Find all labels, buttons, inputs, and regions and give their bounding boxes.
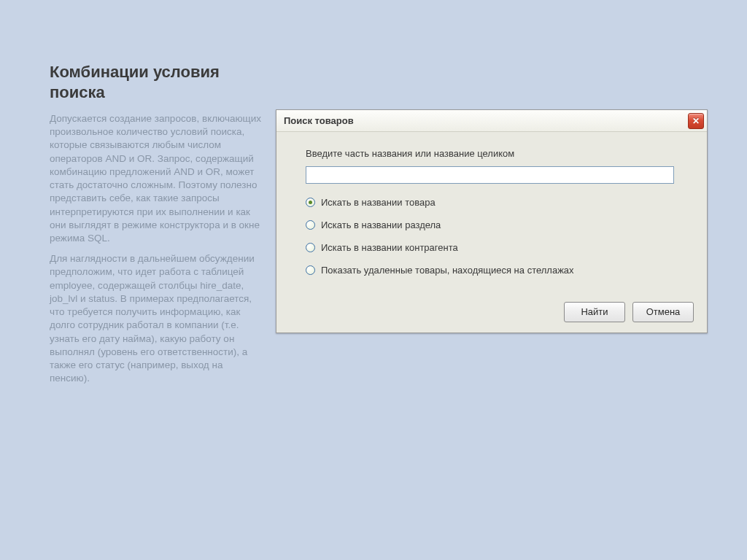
radio-option-section-name[interactable]: Искать в названии раздела xyxy=(306,219,686,230)
radio-label: Искать в названии товара xyxy=(321,197,436,208)
radio-label: Искать в названии раздела xyxy=(321,219,441,230)
radio-option-counterparty-name[interactable]: Искать в названии контрагента xyxy=(306,242,686,253)
radio-label: Искать в названии контрагента xyxy=(321,242,458,253)
radio-icon xyxy=(306,220,315,230)
input-prompt: Введите часть названия или название цели… xyxy=(306,148,686,159)
radio-label: Показать удаленные товары, находящиеся н… xyxy=(321,265,574,276)
paragraph-1: Допускается создание запросов, включающи… xyxy=(50,112,261,245)
close-button[interactable]: ✕ xyxy=(688,113,704,129)
radio-option-product-name[interactable]: Искать в названии товара xyxy=(306,197,686,208)
find-button[interactable]: Найти xyxy=(564,302,625,322)
radio-icon xyxy=(306,198,315,207)
dialog-button-row: Найти Отмена xyxy=(276,298,707,332)
slide-heading: Комбинации условия поиска xyxy=(50,62,261,102)
close-icon: ✕ xyxy=(692,117,700,125)
search-dialog: Поиск товаров ✕ Введите часть названия и… xyxy=(276,109,708,333)
paragraph-2: Для наглядности в дальнейшем обсуждении … xyxy=(50,252,261,385)
radio-icon xyxy=(306,243,315,252)
radio-icon xyxy=(306,265,315,275)
dialog-body: Введите часть названия или название цели… xyxy=(276,132,707,298)
dialog-title: Поиск товаров xyxy=(284,115,354,126)
dialog-titlebar[interactable]: Поиск товаров ✕ xyxy=(276,110,707,132)
left-column: Комбинации условия поиска Допускается со… xyxy=(50,62,261,392)
search-input[interactable] xyxy=(306,166,674,184)
slide: Комбинации условия поиска Допускается со… xyxy=(0,0,747,560)
radio-option-deleted-products[interactable]: Показать удаленные товары, находящиеся н… xyxy=(306,265,686,276)
cancel-button[interactable]: Отмена xyxy=(632,302,694,322)
